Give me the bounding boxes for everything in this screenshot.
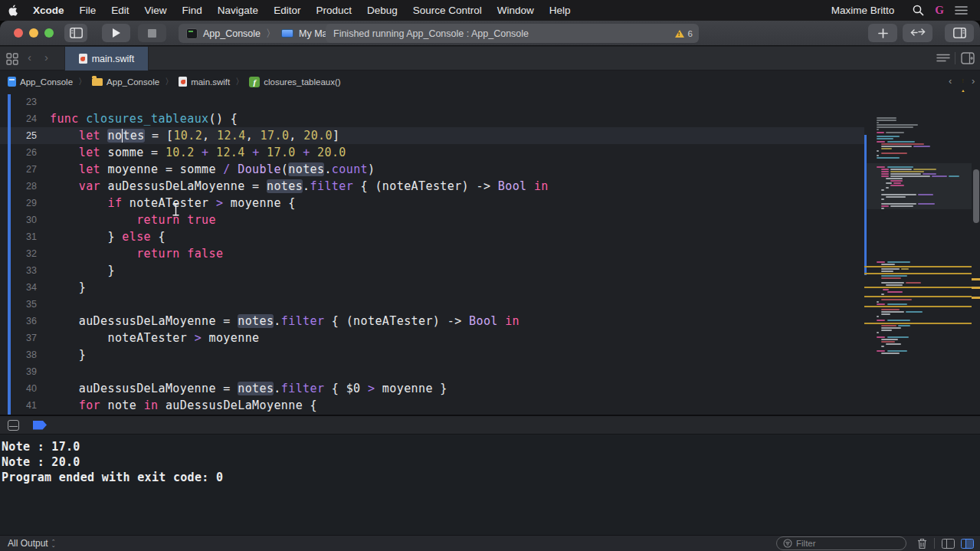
run-button[interactable]	[102, 24, 130, 42]
code-line-29[interactable]: 29 if noteATester > moyenne {	[0, 195, 864, 212]
line-number[interactable]: 39	[0, 366, 37, 377]
code-line-38[interactable]: 38 }	[0, 346, 864, 363]
grammarly-icon[interactable]: G	[935, 4, 944, 17]
minimap[interactable]	[864, 92, 972, 415]
minimize-button[interactable]	[29, 28, 38, 38]
menu-item-xcode[interactable]: Xcode	[25, 0, 72, 21]
editor-scrollbar[interactable]	[972, 92, 980, 415]
menu-item-navigate[interactable]: Navigate	[210, 0, 266, 21]
line-number[interactable]: 38	[0, 349, 37, 360]
stop-button[interactable]	[138, 24, 166, 42]
code-line-35[interactable]: 35	[0, 296, 864, 313]
code-line-41[interactable]: 41 for note in auDessusDeLaMoyenne {	[0, 397, 864, 414]
line-number[interactable]: 34	[0, 282, 37, 293]
code-line-31[interactable]: 31 } else {	[0, 228, 864, 245]
apple-icon	[8, 5, 18, 16]
menu-item-file[interactable]: File	[72, 0, 104, 21]
close-button[interactable]	[14, 28, 23, 38]
code-line-23[interactable]: 23	[0, 93, 864, 110]
code-line-33[interactable]: 33 }	[0, 262, 864, 279]
variables-view-toggle[interactable]	[942, 539, 955, 549]
code-line-39[interactable]: 39	[0, 363, 864, 380]
forward-chevron-icon[interactable]: ›	[44, 51, 48, 64]
code-line-27[interactable]: 27 let moyenne = somme / Double(notes.co…	[0, 161, 864, 178]
library-add-button[interactable]	[868, 24, 897, 42]
code-line-28[interactable]: 28 var auDessusDeLaMoyenne = notes.filte…	[0, 178, 864, 195]
previous-issue-icon[interactable]: ‹	[949, 75, 952, 87]
line-number[interactable]: 32	[0, 248, 37, 259]
line-number[interactable]: 24	[0, 113, 37, 124]
line-number[interactable]: 26	[0, 147, 37, 158]
console-filter-input[interactable]: Filter	[776, 536, 906, 550]
menu-item-find[interactable]: Find	[175, 0, 210, 21]
menu-item-view[interactable]: View	[137, 0, 175, 21]
line-number[interactable]: 37	[0, 333, 37, 343]
source-editor[interactable]: 2324func closures_tableaux() {25 let not…	[0, 92, 980, 415]
menu-username[interactable]: Maxime Britto	[824, 0, 903, 21]
code-line-40[interactable]: 40 auDessusDeLaMoyenne = notes.filter { …	[0, 380, 864, 397]
minimap-warning-line	[864, 296, 972, 297]
menu-item-product[interactable]: Product	[308, 0, 359, 21]
menu-item-source-control[interactable]: Source Control	[405, 0, 490, 21]
menu-item-debug[interactable]: Debug	[359, 0, 405, 21]
code-line-36[interactable]: 36 auDessusDeLaMoyenne = notes.filter { …	[0, 313, 864, 330]
editor-options-icon[interactable]	[936, 54, 950, 64]
line-number[interactable]: 28	[0, 181, 37, 192]
line-number[interactable]: 29	[0, 198, 37, 208]
code-line-25[interactable]: 25 let notes = [10.2, 12.4, 17.0, 20.0]	[0, 127, 864, 144]
menu-item-help[interactable]: Help	[542, 0, 578, 21]
line-number[interactable]: 30	[0, 215, 37, 225]
breadcrumb-chevron: 〉	[235, 76, 244, 87]
line-number[interactable]: 35	[0, 299, 37, 310]
code-line-32[interactable]: 32 return false	[0, 245, 864, 262]
search-icon[interactable]	[913, 5, 924, 16]
console-line: Note : 17.0	[2, 439, 980, 454]
line-number[interactable]: 23	[0, 97, 37, 107]
scheme-chevron: 〉	[266, 27, 276, 41]
breadcrumb-item[interactable]: App_Console	[92, 77, 159, 87]
warning-icon[interactable]	[675, 30, 684, 38]
line-number[interactable]: 27	[0, 164, 37, 175]
line-number[interactable]: 36	[0, 316, 37, 326]
editor-grid-icon[interactable]	[6, 53, 18, 65]
next-issue-icon[interactable]: ›	[972, 75, 975, 87]
menu-item-edit[interactable]: Edit	[103, 0, 136, 21]
code-line-26[interactable]: 26 let somme = 10.2 + 12.4 + 17.0 + 20.0	[0, 144, 864, 161]
breadcrumb-item[interactable]: App_Console	[8, 77, 73, 87]
tab-main-swift[interactable]: main.swift	[64, 47, 149, 71]
line-number[interactable]: 41	[0, 400, 37, 411]
line-number[interactable]: 31	[0, 231, 37, 242]
console-view-toggle[interactable]	[961, 539, 974, 549]
breadcrumb-item[interactable]: main.swift	[179, 77, 230, 87]
control-list-icon[interactable]	[955, 5, 968, 15]
code-line-34[interactable]: 34 }	[0, 279, 864, 296]
apple-menu[interactable]	[0, 0, 25, 21]
swift-file-icon	[79, 54, 87, 64]
code-text: return false	[50, 247, 223, 261]
status-text: Finished running App_Console : App_Conso…	[333, 28, 529, 39]
split-editor-icon[interactable]	[961, 52, 975, 64]
navigator-toggle-button[interactable]	[64, 24, 87, 42]
zoom-button[interactable]	[44, 28, 54, 38]
code-line-37[interactable]: 37 noteATester > moyenne	[0, 330, 864, 346]
line-number[interactable]: 25	[0, 130, 37, 141]
warning-count[interactable]: 6	[688, 29, 693, 38]
minimap-warning-line	[864, 266, 972, 267]
breadcrumb-item[interactable]: fclosures_tableaux()	[249, 77, 340, 87]
scrollbar-thumb[interactable]	[973, 169, 979, 223]
back-chevron-icon[interactable]: ‹	[28, 51, 31, 64]
code-line-24[interactable]: 24func closures_tableaux() {	[0, 110, 864, 127]
issue-warning-icon[interactable]	[959, 77, 968, 90]
inspector-toggle-button[interactable]	[945, 24, 974, 42]
breakpoint-toggle-icon[interactable]	[33, 421, 47, 430]
line-number[interactable]: 33	[0, 265, 37, 276]
scope-selector[interactable]: All Output ⌃⌄	[8, 538, 56, 549]
scheme-selector[interactable]: App_Console 〉 My Mac	[179, 24, 340, 43]
code-line-30[interactable]: 30 return true	[0, 212, 864, 228]
menu-item-editor[interactable]: Editor	[266, 0, 308, 21]
debug-area-icon[interactable]	[8, 420, 19, 431]
code-review-button[interactable]	[903, 24, 932, 42]
trash-icon[interactable]	[917, 538, 927, 549]
menu-item-window[interactable]: Window	[490, 0, 542, 21]
line-number[interactable]: 40	[0, 383, 37, 394]
